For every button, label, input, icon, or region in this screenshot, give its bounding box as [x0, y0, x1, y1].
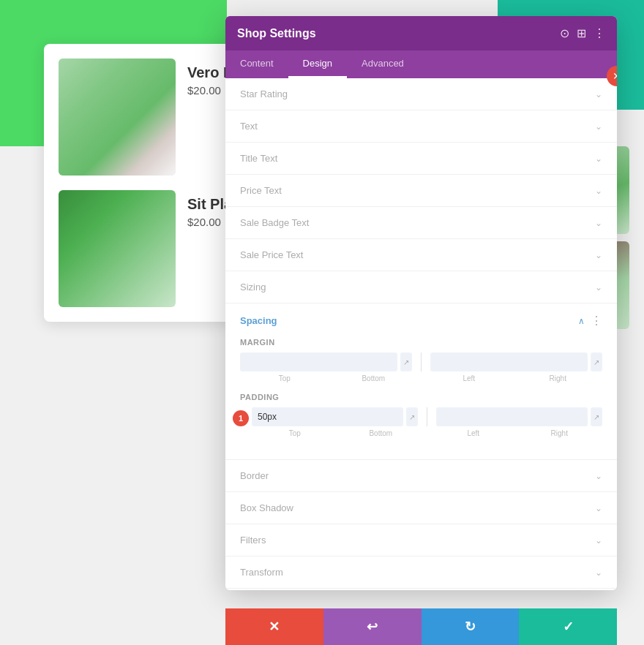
spacing-menu-icon[interactable]: ⋮ — [591, 314, 602, 328]
panel-header: Shop Settings ⊙ ⊞ ⋮ — [225, 16, 617, 50]
margin-inputs-row: ↗ ↗ — [240, 352, 602, 371]
section-sale-price-text[interactable]: Sale Price Text ⌄ — [225, 239, 617, 271]
padding-left-label: Left — [430, 429, 517, 437]
margin-left-link-icon[interactable]: ↗ — [591, 352, 602, 371]
chevron-box-shadow: ⌄ — [595, 503, 602, 513]
padding-top-link-icon[interactable]: ↗ — [406, 407, 418, 426]
section-animation[interactable]: Animation ⌄ — [225, 589, 617, 590]
spacing-content: Margin ↗ ↗ Top Bottom Left — [225, 338, 617, 459]
chevron-price-text: ⌄ — [595, 186, 602, 196]
margin-top-bottom-pair: ↗ — [240, 352, 412, 371]
undo-button[interactable]: ↩ — [323, 608, 422, 645]
tab-design[interactable]: Design — [288, 50, 347, 78]
margin-bottom-label: Bottom — [329, 374, 419, 382]
section-label-sizing: Sizing — [240, 282, 266, 293]
section-text[interactable]: Text ⌄ — [225, 110, 617, 143]
margin-left-right-pair: ↗ — [430, 352, 602, 371]
section-label-title-text: Title Text — [240, 153, 277, 164]
tab-content[interactable]: Content — [225, 50, 288, 78]
chevron-star-rating: ⌄ — [595, 89, 602, 99]
padding-labels-row: Top Bottom Left Right — [240, 429, 602, 437]
section-star-rating[interactable]: Star Rating ⌄ — [225, 78, 617, 110]
panel-header-icons: ⊙ ⊞ ⋮ — [560, 26, 605, 40]
shop-settings-panel: Shop Settings ⊙ ⊞ ⋮ Content Design Advan… — [225, 16, 617, 590]
margin-divider — [421, 352, 422, 371]
spacing-header[interactable]: Spacing ∧ ⋮ — [225, 303, 617, 338]
section-sizing[interactable]: Sizing ⌄ — [225, 271, 617, 303]
chevron-sizing: ⌄ — [595, 282, 602, 293]
chevron-sale-badge: ⌄ — [595, 218, 602, 228]
columns-icon[interactable]: ⊞ — [577, 26, 586, 40]
margin-right-label: Right — [514, 374, 603, 382]
chevron-sale-price: ⌄ — [595, 250, 602, 260]
section-label-transform: Transform — [240, 567, 283, 578]
section-box-shadow[interactable]: Box Shadow ⌄ — [225, 492, 617, 524]
section-label-text: Text — [240, 121, 258, 132]
section-transform[interactable]: Transform ⌄ — [225, 557, 617, 589]
section-label-price-text: Price Text — [240, 185, 282, 196]
chevron-transform: ⌄ — [595, 567, 602, 578]
section-filters[interactable]: Filters ⌄ — [225, 524, 617, 557]
margin-labels-row: Top Bottom Left Right — [240, 374, 602, 382]
chevron-border: ⌄ — [595, 471, 602, 481]
padding-top-bottom-pair: ↗ — [252, 407, 418, 426]
chevron-text: ⌄ — [595, 121, 602, 132]
more-icon[interactable]: ⋮ — [594, 26, 605, 40]
action-bar: ✕ ↩ ↻ ✓ — [225, 608, 617, 645]
tab-advanced[interactable]: Advanced — [347, 50, 419, 78]
margin-label: Margin — [240, 338, 602, 347]
padding-divider — [427, 407, 427, 426]
product-image-2 — [59, 190, 176, 307]
section-label-border: Border — [240, 470, 269, 481]
margin-top-link-icon[interactable]: ↗ — [400, 352, 412, 371]
save-button[interactable]: ✓ — [519, 608, 617, 645]
padding-badge: 1 — [233, 410, 249, 426]
chevron-title-text: ⌄ — [595, 154, 602, 164]
section-sale-badge-text[interactable]: Sale Badge Text ⌄ — [225, 207, 617, 239]
settings-icon[interactable]: ⊙ — [560, 26, 569, 40]
section-border[interactable]: Border ⌄ — [225, 460, 617, 492]
redo-button[interactable]: ↻ — [422, 608, 520, 645]
panel-tabs: Content Design Advanced — [225, 50, 617, 78]
panel-body: Star Rating ⌄ Text ⌄ Title Text ⌄ Price … — [225, 78, 617, 590]
padding-left-right-pair: ↗ — [436, 407, 602, 426]
section-label-sale-price: Sale Price Text — [240, 249, 303, 260]
padding-label: Padding — [240, 393, 602, 401]
padding-top-label: Top — [252, 429, 338, 437]
chevron-spacing: ∧ — [578, 316, 585, 326]
margin-left-label: Left — [424, 374, 514, 382]
padding-left-input[interactable] — [436, 407, 588, 426]
padding-row-wrapper: 1 ↗ ↗ — [240, 407, 602, 429]
panel-title: Shop Settings — [237, 27, 316, 40]
padding-top-input[interactable] — [252, 407, 403, 426]
cancel-button[interactable]: ✕ — [225, 608, 323, 645]
section-spacing: Spacing ∧ ⋮ Margin ↗ ↗ — [225, 303, 617, 460]
padding-left-link-icon[interactable]: ↗ — [591, 407, 602, 426]
spacing-header-right: ∧ ⋮ — [578, 314, 602, 328]
section-price-text[interactable]: Price Text ⌄ — [225, 175, 617, 207]
padding-bottom-label: Bottom — [338, 429, 424, 437]
section-label-box-shadow: Box Shadow — [240, 502, 293, 513]
section-label-star-rating: Star Rating — [240, 88, 288, 99]
margin-top-input[interactable] — [240, 352, 397, 371]
section-title-text[interactable]: Title Text ⌄ — [225, 143, 617, 175]
chevron-filters: ⌄ — [595, 535, 602, 546]
margin-top-label: Top — [240, 374, 329, 382]
product-image-1 — [59, 59, 176, 176]
section-label-sale-badge: Sale Badge Text — [240, 217, 309, 228]
padding-right-label: Right — [517, 429, 603, 437]
spacing-label: Spacing — [240, 315, 277, 326]
section-label-filters: Filters — [240, 535, 266, 546]
margin-left-input[interactable] — [430, 352, 588, 371]
padding-inputs-row: ↗ ↗ — [252, 407, 602, 426]
